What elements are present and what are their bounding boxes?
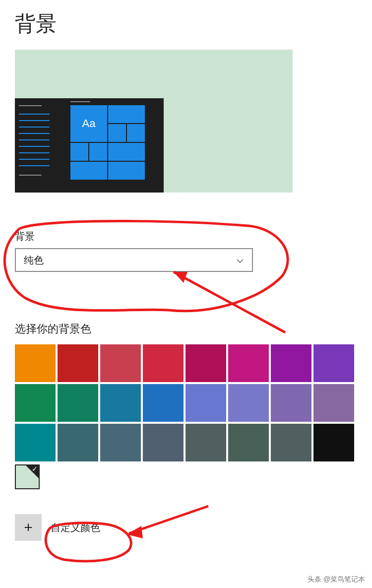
chevron-down-icon xyxy=(236,256,244,264)
background-dropdown-value: 纯色 xyxy=(24,254,44,267)
selected-color-swatch[interactable]: ✓ xyxy=(15,464,40,489)
color-swatch-9[interactable] xyxy=(58,384,98,422)
background-dropdown[interactable]: 纯色 xyxy=(15,248,253,272)
plus-icon: + xyxy=(24,519,33,536)
desktop-preview: Aa xyxy=(15,50,293,193)
checkmark-icon: ✓ xyxy=(32,465,38,472)
color-swatch-1[interactable] xyxy=(58,344,98,382)
preview-tile-aa: Aa xyxy=(70,105,107,142)
page-title: 背景 xyxy=(15,10,357,38)
color-swatch-23[interactable] xyxy=(313,424,354,461)
color-swatch-5[interactable] xyxy=(228,344,269,382)
color-swatch-19[interactable] xyxy=(143,424,184,461)
watermark-text: 头条 @菜鸟笔记本 xyxy=(308,575,365,584)
preview-tiles: Aa xyxy=(70,102,149,189)
color-swatch-16[interactable] xyxy=(15,424,56,461)
color-swatch-14[interactable] xyxy=(271,384,311,422)
color-swatch-3[interactable] xyxy=(143,344,184,382)
add-custom-color-button[interactable]: + xyxy=(15,514,42,541)
custom-color-label: 自定义颜色 xyxy=(51,521,100,534)
color-swatch-22[interactable] xyxy=(271,424,311,461)
background-label: 背景 xyxy=(15,230,357,243)
preview-menu-list xyxy=(19,102,60,189)
color-swatch-13[interactable] xyxy=(228,384,269,422)
color-swatch-18[interactable] xyxy=(100,424,141,461)
color-swatch-2[interactable] xyxy=(100,344,141,382)
color-swatch-15[interactable] xyxy=(313,384,354,422)
color-swatch-21[interactable] xyxy=(228,424,269,461)
color-palette xyxy=(15,344,356,461)
palette-label: 选择你的背景色 xyxy=(15,322,357,336)
color-swatch-8[interactable] xyxy=(15,384,56,422)
color-swatch-11[interactable] xyxy=(143,384,184,422)
color-swatch-6[interactable] xyxy=(271,344,311,382)
preview-start-menu: Aa xyxy=(15,98,164,193)
color-swatch-4[interactable] xyxy=(186,344,226,382)
color-swatch-7[interactable] xyxy=(313,344,354,382)
color-swatch-10[interactable] xyxy=(100,384,141,422)
color-swatch-20[interactable] xyxy=(186,424,226,461)
color-swatch-12[interactable] xyxy=(186,384,226,422)
color-swatch-0[interactable] xyxy=(15,344,56,382)
color-swatch-17[interactable] xyxy=(58,424,98,461)
